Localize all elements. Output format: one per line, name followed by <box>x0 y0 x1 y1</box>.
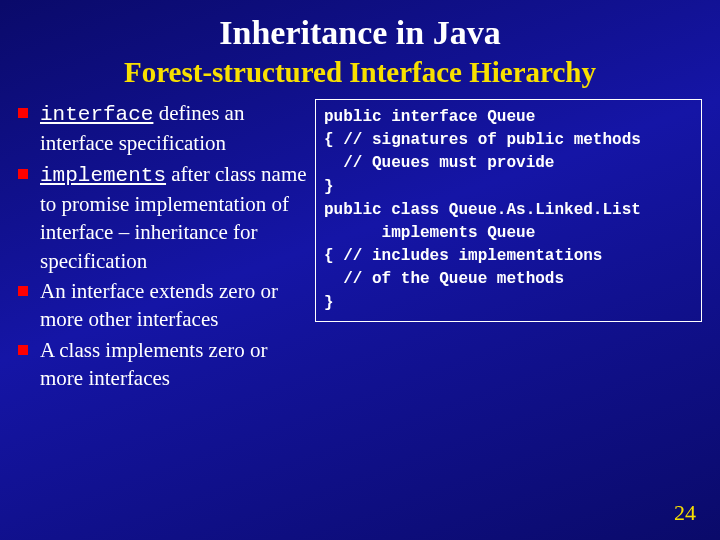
bullet-item: A class implements zero or more interfac… <box>18 336 313 393</box>
slide-subtitle: Forest-structured Interface Hierarchy <box>0 56 720 89</box>
bullet-item: interface defines an interface specifica… <box>18 99 313 158</box>
content-area: interface defines an interface specifica… <box>0 89 720 394</box>
keyword-interface: interface <box>40 103 153 126</box>
bullet-text: An interface extends zero or more other … <box>40 279 278 331</box>
bullet-item: implements after class name to promise i… <box>18 160 313 275</box>
bullet-text: A class implements zero or more interfac… <box>40 338 267 390</box>
bullet-column: interface defines an interface specifica… <box>18 99 313 394</box>
bullet-item: An interface extends zero or more other … <box>18 277 313 334</box>
keyword-implements: implements <box>40 164 166 187</box>
code-column: public interface Queue { // signatures o… <box>313 99 702 394</box>
bullet-list: interface defines an interface specifica… <box>18 99 313 392</box>
slide-title: Inheritance in Java <box>0 0 720 52</box>
page-number: 24 <box>674 500 696 526</box>
code-block: public interface Queue { // signatures o… <box>315 99 702 322</box>
